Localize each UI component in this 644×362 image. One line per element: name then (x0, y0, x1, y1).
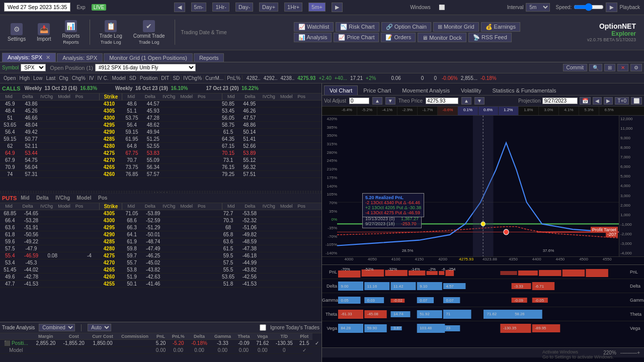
monitor-grid-btn[interactable]: ⊞ Monitor Grid (433, 22, 479, 32)
ta-model-pnlpct: 0.00 (169, 347, 188, 354)
cancel-btn[interactable]: ✕ (617, 64, 628, 71)
p-9000: 9,000 (620, 136, 643, 140)
earnings-btn[interactable]: 💰 Earnings (481, 22, 520, 32)
puts-row[interactable]: 63.6 -51.91 4295 66.3 -51.29 68 -51.06 (0, 224, 321, 231)
calls-row[interactable]: 70.9 56.04 4265 73.75 56.34 76.15 56.32 (0, 164, 321, 171)
ta-col-margin: Margin (32, 333, 59, 340)
watchlist-btn[interactable]: 📈 Watchlist (294, 22, 334, 32)
puts-row[interactable]: 68.85 -54.65 4305 71.05 -53.89 72.7 -53.… (0, 210, 321, 217)
tab-price-chart[interactable]: Price Chart (358, 85, 396, 95)
play-btn[interactable]: ► (606, 3, 617, 12)
tab-analysis-spx-2[interactable]: Analysis: SPX (57, 53, 103, 62)
puts-row[interactable]: 55.4 -46.59 0.08 -4 4275 59.7 -46.25 59.… (0, 252, 321, 259)
tab-vol-chart[interactable]: Vol Chart (324, 85, 358, 95)
timeframe-5m-plus-btn[interactable]: 5m+ (308, 3, 326, 12)
settings-small-btn[interactable]: ⚙ (630, 64, 642, 71)
puts-row[interactable]: 59.6 -49.22 4285 61.9 -48.74 63.6 -48.59 (0, 238, 321, 245)
x-4100: 4100 (384, 257, 408, 264)
svg-text:-0.02: -0.02 (393, 298, 403, 303)
tradelog-btn[interactable]: 📋 Trade Log Trade Log (96, 19, 126, 46)
calls-row[interactable]: 53.65 48.04 4295 56.4 48.62 58.75 48.86 (0, 122, 321, 129)
analysis-btn[interactable]: 📊 Analysis (294, 33, 332, 42)
calls-row[interactable]: 67.9 54.75 4270 70.7 55.09 73.1 55.12 (0, 157, 321, 164)
calls-row[interactable]: 64.9 53.44 4275 67.75 53.83 70.15 53.89 (0, 150, 321, 157)
calls-row[interactable]: 45.9 43.86 4310 48.6 44.57 50.85 44.95 (0, 101, 321, 108)
puts-row[interactable]: 61.8 -50.56 4290 64.1 -50.01 65.8 -49.82 (0, 231, 321, 238)
monitor-dock-btn[interactable]: 🖥 Monitor Dock (418, 33, 466, 42)
y-n140: -140% (322, 251, 337, 255)
vol-adjust-input[interactable] (349, 98, 369, 104)
puts-row[interactable]: 51.45 -44.02 4265 53.8 -43.82 55.5 -43.8… (0, 266, 321, 274)
position-select[interactable]: #912 SPX 16-day Umb Fly (95, 64, 196, 71)
price-chart-btn[interactable]: 📈 Price Chart (334, 33, 379, 42)
puts-row[interactable]: 47.7 -41.53 4255 50.1 -41.46 51.8 -41.53 (0, 281, 321, 288)
reports-btn[interactable]: 📊 Reports Reports (58, 19, 83, 46)
vol-up-btn[interactable]: ▲ (372, 97, 382, 105)
pct-6: -0.6% (438, 107, 458, 115)
timeframe-5m-btn[interactable]: 5m- (191, 3, 207, 12)
calls-row[interactable]: 59.15 50.77 4285 61.95 51.25 64.35 51.41 (0, 136, 321, 143)
ignore-today-checkbox[interactable] (260, 324, 266, 331)
calls-row[interactable]: 51 46.66 4300 53.75 47.28 56.05 47.57 (0, 115, 321, 122)
calls-row[interactable]: 48.4 45.26 4305 51.1 45.93 53.45 46.26 (0, 108, 321, 115)
bottom-charts: PnL (322, 264, 644, 347)
proj-right-btn[interactable]: ▶ (604, 97, 613, 105)
import-btn[interactable]: 📥 Import (33, 22, 54, 43)
proj-left-btn[interactable]: ◀ (593, 97, 602, 105)
calls-row[interactable]: 74 57.31 4260 76.85 57.57 79.25 57.51 (0, 171, 321, 178)
tab-reports[interactable]: Reports (194, 53, 224, 62)
ta-pnl-cell: 5.20 (153, 340, 169, 347)
timeframe-1hr-plus-btn[interactable]: 1Hr+ (284, 3, 302, 12)
nav-prev-btn[interactable]: ◀ (174, 3, 185, 12)
val-sd2: 0 (434, 75, 437, 81)
tab-analysis-spx-1[interactable]: Analysis: SPX ✕ (2, 53, 56, 62)
interval-select[interactable]: 5m1m15m1Hr (526, 3, 550, 12)
col-dit: DIT (159, 75, 171, 81)
theo-price-input[interactable] (426, 98, 458, 104)
speed-slider[interactable] (574, 3, 604, 11)
vol-down-btn[interactable]: ▼ (385, 97, 395, 105)
tab-movement-analysis[interactable]: Movement Analysis (396, 85, 455, 95)
ta-col-commission: Commission (117, 333, 152, 340)
ta-model-type: Model (0, 347, 32, 354)
theta-bars: -61.33 -45.08 14.74 51.92 71 71.62 58.26 (338, 309, 629, 320)
ta-type-cell: ⬛ Positi... (0, 340, 32, 347)
settings-btn[interactable]: ⚙ Settings (4, 22, 29, 43)
calls-row[interactable]: 62 52.11 4280 64.8 52.55 67.15 52.66 (0, 143, 321, 150)
zoom-btn[interactable]: 🔍 (589, 64, 602, 71)
option-chain-btn[interactable]: 🔗 Option Chain (381, 22, 431, 32)
ta-auto-select[interactable]: Auto (88, 324, 111, 331)
svg-text:-70%: -70% (341, 267, 351, 272)
nav-next-btn[interactable]: ▶ (332, 3, 343, 12)
timeframe-day-btn[interactable]: Day- (235, 3, 253, 12)
val-last: 4275.93 (297, 75, 315, 81)
tab-statistics[interactable]: Statistics & Fundamentals (487, 85, 561, 95)
proj-cal-btn[interactable]: 📅 (580, 97, 591, 105)
tab-monitor-grid[interactable]: Monitor Grid (1 Open Positions) (104, 53, 193, 62)
tab-volatility[interactable]: Volatility (455, 85, 487, 95)
puts-row[interactable]: 66.4 -53.28 4300 68.6 -52.59 70.3 -52.32 (0, 217, 321, 224)
proj-expand-btn[interactable]: ⬜ (631, 97, 642, 105)
puts-row[interactable]: 49.6 -42.78 4260 51.9 -42.63 53.65 -42.5… (0, 274, 321, 281)
puts-row[interactable]: 53.4 -45.3 4270 55.7 -45.02 57.5 -44.99 (0, 259, 321, 266)
val-iv: 17.21 (350, 75, 363, 81)
calls-row[interactable]: 56.4 49.42 4290 59.15 49.94 61.5 50.14 (0, 129, 321, 136)
column-headers: Open High Low Last Chg Chg% IV IV C. Mod… (0, 73, 644, 83)
theo-down-btn[interactable]: ▼ (474, 97, 485, 105)
symbol-select[interactable]: SPX (21, 64, 46, 71)
layout-btn[interactable]: ⊞ (604, 64, 615, 71)
commit-small-btn[interactable]: Commit (563, 64, 587, 71)
projection-input[interactable] (542, 98, 578, 104)
rss-feed-btn[interactable]: 📡 RSS Feed (468, 33, 512, 42)
val-pnlpct: -0.18% (480, 75, 497, 81)
theo-up-btn[interactable]: ▲ (461, 97, 471, 105)
risk-chart-btn[interactable]: 📉 Risk Chart (336, 22, 379, 32)
y-385: 385% (322, 125, 337, 130)
timeframe-1hr-btn[interactable]: 1Hr- (212, 3, 229, 12)
puts-row[interactable]: 57.5 -47.9 4280 59.8 -47.49 61.5 -47.38 (0, 245, 321, 252)
timeframe-day-plus-btn[interactable]: Day+ (259, 3, 278, 12)
tab-close-btn[interactable]: ✕ (46, 54, 50, 60)
orders-btn[interactable]: 📝 Orders (381, 33, 416, 42)
commit-btn[interactable]: ✔ Commit Trade Trade Log (130, 19, 169, 46)
ta-mode-select[interactable]: Combined (39, 324, 75, 331)
